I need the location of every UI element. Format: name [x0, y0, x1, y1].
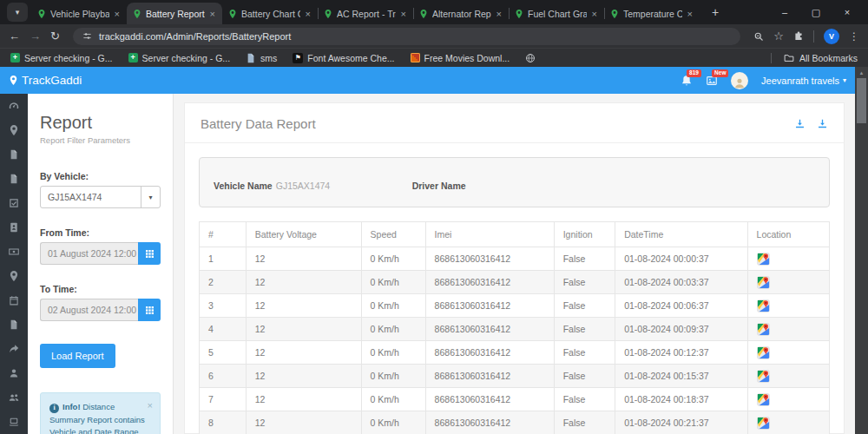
map-location-link[interactable] [757, 417, 770, 427]
brand-logo[interactable]: TrackGaddi [9, 74, 82, 87]
page-scrollbar[interactable]: ▲ [855, 67, 868, 434]
address-bar[interactable]: trackgaddi.com/Admin/Reports/BatteryRepo… [73, 28, 740, 45]
browser-tab[interactable]: Battery Chart Graph × [222, 3, 318, 24]
all-bookmarks-button[interactable]: All Bookmarks [771, 53, 858, 63]
vehicle-name-label: Vehicle Name [214, 181, 273, 191]
location-cell [747, 341, 829, 365]
sidebar-item-gauge[interactable] [0, 94, 28, 118]
notifications-button[interactable]: 819 [681, 75, 693, 87]
sidebar-item-laptop[interactable] [0, 410, 28, 434]
file-icon [9, 319, 19, 330]
map-location-link[interactable] [757, 393, 770, 404]
bookmark-item[interactable]: +Server checking - G... [10, 53, 113, 63]
bookmark-item[interactable]: Free Movies Downl... [411, 53, 510, 63]
table-cell: 3 [200, 294, 247, 318]
sidebar-item-money[interactable] [0, 240, 28, 264]
browser-tab[interactable]: Alternator Report - T × [413, 3, 509, 24]
bookmark-item[interactable]: +Server checking - G... [128, 53, 231, 63]
browser-tab[interactable]: AC Report - TrackGa × [318, 3, 413, 24]
alert-close-icon[interactable]: × [148, 398, 153, 413]
back-button[interactable]: ← [9, 30, 20, 42]
tab-close-icon[interactable]: × [687, 9, 694, 19]
sidebar-item-pin[interactable] [0, 264, 28, 288]
to-time-calendar-button[interactable] [138, 299, 161, 321]
map-location-link[interactable] [757, 299, 770, 310]
tab-close-icon[interactable]: × [591, 9, 598, 19]
browser-tab[interactable]: Battery Report - Trac × [127, 3, 222, 24]
vehicle-select[interactable]: GJ15AX1474 ▾ [40, 186, 161, 208]
from-time-input[interactable]: 01 August 2024 12:00 am [40, 242, 138, 265]
google-maps-icon [757, 393, 770, 406]
info-icon: i [49, 404, 59, 413]
from-time-calendar-button[interactable] [138, 242, 161, 265]
close-window-button[interactable]: × [832, 0, 863, 24]
sidebar-item-user[interactable] [0, 361, 28, 385]
sidebar-item-file[interactable] [0, 142, 28, 167]
zoom-icon[interactable] [753, 31, 764, 42]
profile-avatar[interactable]: V [824, 29, 839, 44]
table-cell: 868613060316412 [425, 318, 554, 341]
new-tab-button[interactable]: + [705, 2, 726, 23]
tab-list: Vehicle Playback - Tr × Battery Report -… [31, 3, 700, 24]
trackgaddi-favicon [37, 9, 46, 19]
map-pin-icon [9, 75, 18, 86]
sidebar-item-users[interactable] [0, 385, 28, 410]
bookmark-item[interactable]: sms [246, 53, 277, 63]
map-location-link[interactable] [757, 323, 770, 333]
window-controls: – ▢ × [769, 0, 863, 24]
extensions-icon[interactable] [793, 31, 804, 42]
tab-title: Alternator Report - T [432, 9, 491, 19]
tab-close-icon[interactable]: × [114, 9, 121, 19]
browser-tab[interactable]: Vehicle Playback - Tr × [31, 3, 127, 24]
scrollbar-thumb[interactable] [857, 78, 866, 123]
sidebar-item-check[interactable] [0, 191, 28, 215]
browser-tab[interactable]: Fuel Chart Graph - Tr × [509, 3, 604, 24]
minimize-button[interactable]: – [769, 0, 800, 24]
sidebar-item-share[interactable] [0, 337, 28, 361]
download-icon[interactable] [794, 118, 806, 129]
bookmark-star-icon[interactable]: ☆ [773, 30, 784, 43]
sidebar-item-book[interactable] [0, 215, 28, 240]
app-body: Report Report Filter Parameters By Vehic… [0, 94, 855, 434]
table-cell: 0 Km/h [361, 341, 425, 365]
table-cell: 01-08-2024 00:03:37 [615, 271, 747, 294]
user-avatar[interactable] [731, 72, 748, 89]
messages-button[interactable]: New [706, 75, 718, 87]
map-location-link[interactable] [757, 253, 770, 263]
tab-search-button[interactable]: ▾ [7, 3, 28, 22]
sidebar-item-pin[interactable] [0, 118, 28, 142]
bookmark-item[interactable] [525, 53, 536, 63]
browser-tab[interactable]: Temperature Chart G × [604, 3, 700, 24]
trackgaddi-favicon [324, 9, 332, 19]
table-cell: 12 [246, 271, 361, 294]
tab-close-icon[interactable]: × [209, 9, 216, 19]
download-icon[interactable] [817, 118, 828, 129]
map-location-link[interactable] [757, 276, 770, 286]
menu-dots-icon[interactable]: ⋮ [849, 30, 859, 43]
scroll-up-arrow[interactable]: ▲ [855, 67, 868, 76]
bookmark-item[interactable]: ⚑Font Awesome Che... [293, 53, 394, 63]
tab-close-icon[interactable]: × [305, 9, 312, 19]
tab-close-icon[interactable]: × [400, 9, 407, 19]
table-cell: 0 Km/h [361, 294, 425, 318]
table-header-row: #Battery VoltageSpeedImeiIgnitionDateTim… [200, 222, 830, 247]
user-menu[interactable]: Jeevanrath travels ▾ [761, 76, 846, 86]
folder-icon [784, 53, 794, 63]
trackgaddi-favicon [419, 9, 428, 19]
maximize-button[interactable]: ▢ [800, 0, 832, 24]
table-cell: 868613060316412 [425, 388, 554, 411]
table-cell: False [554, 318, 615, 341]
filter-subtitle: Report Filter Parameters [40, 135, 161, 145]
location-cell [747, 365, 829, 388]
site-settings-icon[interactable] [82, 31, 92, 41]
map-location-link[interactable] [757, 346, 770, 357]
tab-close-icon[interactable]: × [496, 9, 503, 19]
to-time-input[interactable]: 02 August 2024 12:00 am [40, 299, 138, 321]
map-location-link[interactable] [757, 370, 770, 380]
sidebar-item-file[interactable] [0, 312, 28, 337]
forward-button[interactable]: → [30, 30, 41, 42]
reload-button[interactable]: ↻ [50, 30, 60, 42]
sidebar-item-calendar[interactable] [0, 288, 28, 312]
load-report-button[interactable]: Load Report [40, 344, 115, 368]
sidebar-item-file[interactable] [0, 167, 28, 191]
